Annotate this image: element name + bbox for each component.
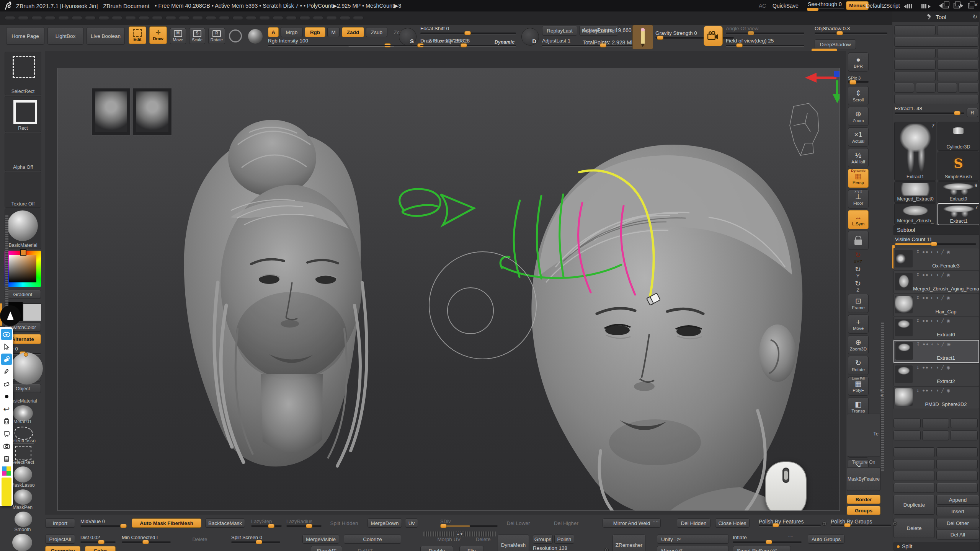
subtool-row-icons[interactable]: ↧ ●● ◐ ◑ ╱ ◉: [916, 365, 977, 370]
visible-count-slider[interactable]: Visible Count 11: [895, 236, 976, 245]
selectrect-brush-thumb[interactable]: SelectRect: [5, 52, 41, 95]
rect-stroke-thumb[interactable]: Rect: [5, 96, 41, 132]
tool-button[interactable]: [916, 83, 936, 93]
subtool-action-button[interactable]: [936, 447, 978, 457]
material-sphere-icon[interactable]: [248, 29, 263, 44]
menu-item[interactable]: [286, 16, 297, 20]
mrgb-button[interactable]: Mrgb: [281, 27, 303, 37]
restore-button[interactable]: [968, 3, 974, 8]
bottom-shelf-item[interactable]: Colorize: [344, 535, 401, 544]
tool-button[interactable]: [959, 83, 978, 93]
subtool-thumb[interactable]: [895, 273, 913, 290]
subtool-row-icons[interactable]: ↧ ●● ◐ ◑ ╱ ◉: [916, 295, 977, 300]
subtool-thumb[interactable]: [895, 250, 913, 267]
bottom-shelf-item[interactable]: Del Higher: [550, 518, 583, 528]
subtool-action-button[interactable]: [951, 430, 978, 440]
bottom-shelf-item[interactable]: Flip: [459, 546, 484, 551]
menu-item[interactable]: [165, 16, 176, 20]
subtool-header[interactable]: Subtool: [893, 225, 979, 235]
tool-button[interactable]: [937, 48, 978, 58]
subtool-thumb[interactable]: [895, 365, 913, 383]
smoothvalleys-icon[interactable]: [12, 534, 32, 551]
append-button[interactable]: Append: [936, 495, 979, 505]
menu-item[interactable]: [232, 16, 243, 20]
selectrect-icon[interactable]: [15, 446, 31, 460]
clipboard-icon[interactable]: [1, 453, 12, 465]
subtool-action-button[interactable]: [936, 483, 978, 493]
document-viewport[interactable]: [57, 68, 840, 511]
border-button[interactable]: Border: [847, 495, 880, 504]
mirror-button[interactable]: Mirror⁘ʸᶻ: [657, 546, 729, 551]
groups-button[interactable]: Groups: [847, 506, 880, 515]
bottom-shelf-item[interactable]: StoreMT: [311, 546, 342, 551]
menu-item[interactable]: [340, 16, 350, 20]
bottom-shelf-item[interactable]: MidValue 0: [80, 518, 126, 527]
menu-item[interactable]: [206, 16, 216, 20]
secondary-color-swatch[interactable]: [23, 303, 41, 321]
tool-thumb-simplebrush[interactable]: S SimpleBrush: [938, 152, 979, 181]
menu-item[interactable]: [326, 16, 337, 20]
rotate3d-button[interactable]: ↻ Rotate: [848, 356, 869, 375]
menu-item[interactable]: [85, 16, 96, 20]
bottom-shelf-item[interactable]: Delete: [188, 535, 212, 544]
zoom3d-button[interactable]: ⊕ Zoom3D: [848, 335, 869, 354]
color-picker[interactable]: [5, 251, 41, 287]
history-thumbnail[interactable]: [133, 88, 172, 135]
polish-button[interactable]: Polish: [554, 535, 574, 544]
tool-thumb-extract1-large[interactable]: 7 Extract1: [894, 122, 936, 181]
bottom-shelf-item[interactable]: DelMT: [353, 546, 377, 551]
menu-item[interactable]: [353, 16, 364, 20]
tool-button[interactable]: [937, 71, 978, 81]
pencil-tool-icon[interactable]: [632, 25, 653, 49]
tool-thumb-merged-extract0[interactable]: Merged_Extract0: [894, 181, 936, 203]
tool-thumb-extract0[interactable]: 9 Extract0: [938, 181, 979, 203]
paint-a-button[interactable]: A: [268, 27, 279, 37]
menu-item[interactable]: [98, 16, 109, 20]
subtool-row[interactable]: ↧ ●● ◐ ◑ ╱ ◉ Ox-Female3: [893, 248, 979, 271]
menu-item[interactable]: [72, 16, 82, 20]
menu-item[interactable]: [259, 16, 270, 20]
del-other-button[interactable]: Del Other: [936, 518, 979, 528]
tool-thumb-cylinder3d[interactable]: Cylinder3D: [938, 122, 979, 151]
scale-mode-button[interactable]: S Scale: [189, 28, 205, 44]
tool-button[interactable]: [937, 60, 978, 70]
subtool-row[interactable]: ↧ ●● ◐ ◑ ╱ ◉ Extract1: [893, 340, 979, 363]
bottom-shelf-item[interactable]: Split Hidden: [328, 518, 361, 528]
zsub-button[interactable]: Zsub: [366, 27, 387, 37]
menus-button[interactable]: Menus: [846, 1, 869, 10]
lightbox-button[interactable]: LightBox: [47, 27, 83, 45]
tool-button[interactable]: [894, 83, 914, 93]
mask-by-feature-button[interactable]: MaskByFeature: [847, 467, 880, 491]
duplicate-button[interactable]: Duplicate: [893, 495, 935, 515]
bottom-shelf-item[interactable]: LazyStep: [251, 518, 282, 527]
rotate-xyz-button[interactable]: ↻ XYZ: [848, 251, 868, 264]
subtool-action-button[interactable]: [922, 430, 949, 440]
subtool-row[interactable]: ↧ ●● ◐ ◑ ╱ ◉ Extract0: [893, 317, 979, 339]
strip-expand-arrows[interactable]: ▸◂: [880, 388, 883, 398]
tablet-left-icon[interactable]: [904, 3, 913, 10]
menu-item[interactable]: [45, 16, 56, 20]
subtool-action-button[interactable]: [893, 459, 935, 469]
color-picker-field[interactable]: [9, 255, 36, 282]
bottom-shelf-item[interactable]: Mirror And Weld ⁘ʸᶻ: [603, 518, 661, 528]
zoom-button[interactable]: ⊕ Zoom: [848, 107, 869, 126]
history-thumbnail[interactable]: [91, 88, 131, 135]
menu-item[interactable]: [179, 16, 189, 20]
objshadow-slider[interactable]: ObjShadow 0.3: [815, 26, 887, 34]
subtool-action-button[interactable]: [936, 471, 978, 481]
subtool-row-icons[interactable]: ↧ ●● ◐ ◑ ╱ ◉: [916, 272, 977, 277]
close-button[interactable]: ×: [974, 2, 978, 8]
bottom-shelf-item[interactable]: Double: [420, 546, 453, 551]
tool-button[interactable]: [937, 25, 978, 35]
replay-dial-icon[interactable]: D: [521, 28, 539, 46]
tool-thumb-extract1-selected[interactable]: 7 Extract1: [938, 203, 980, 225]
menu-item[interactable]: [192, 16, 203, 20]
color-picker-hue-marker[interactable]: [20, 249, 26, 256]
edit-mode-button[interactable]: Edit: [129, 26, 146, 44]
draw-mode-button[interactable]: ✛ Draw: [149, 26, 167, 44]
eraser-icon[interactable]: [1, 378, 12, 390]
bottom-shelf-item[interactable]: Close Holes: [715, 518, 750, 528]
bottom-shelf-item[interactable]: Polish By Groups: [831, 518, 891, 526]
aahalf-button[interactable]: ½ AAHalf: [848, 148, 869, 167]
subtool-action-button[interactable]: [893, 471, 935, 481]
